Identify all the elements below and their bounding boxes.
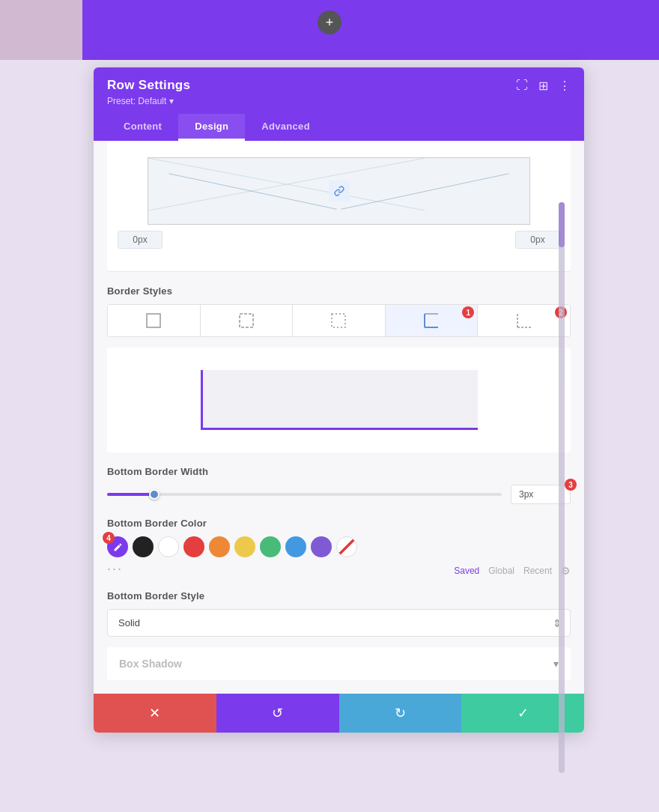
columns-icon[interactable]: ⊞ — [538, 79, 548, 93]
badge-4: 4 — [103, 532, 115, 544]
border-style-partial-2[interactable]: 2 — [478, 305, 570, 336]
panel-body: 0px 0px Border Styles — [94, 141, 584, 694]
scrollbar-thumb[interactable] — [559, 202, 565, 247]
right-spacing-input[interactable]: 0px — [515, 231, 560, 249]
panel-icon-group: ⛶ ⊞ ⋮ — [516, 79, 571, 93]
svg-rect-4 — [332, 314, 345, 327]
swatch-blue[interactable] — [285, 536, 306, 557]
bottom-border-width-label: Bottom Border Width — [107, 466, 571, 477]
border-dotted-icon — [330, 312, 347, 329]
panel-header: Row Settings ⛶ ⊞ ⋮ Preset: Default ▾ Con… — [94, 67, 584, 141]
svg-rect-3 — [240, 314, 253, 327]
border-style-dashed[interactable] — [201, 305, 294, 336]
border-styles-label: Border Styles — [107, 285, 571, 297]
color-tabs: Saved Global Recent ⚙ — [454, 565, 571, 577]
swatch-black[interactable] — [133, 536, 154, 557]
tab-advanced[interactable]: Advanced — [245, 114, 327, 141]
border-dashed-icon — [238, 312, 255, 329]
cancel-button[interactable]: ✕ — [94, 694, 216, 733]
color-tab-recent[interactable]: Recent — [523, 566, 552, 576]
swatch-yellow[interactable] — [234, 536, 255, 557]
border-style-group: 1 2 — [107, 304, 571, 337]
border-preview-inner — [201, 370, 478, 430]
confirm-icon: ✓ — [517, 705, 529, 721]
plus-icon: + — [326, 15, 334, 31]
border-preview — [107, 348, 571, 452]
fullscreen-icon[interactable]: ⛶ — [516, 79, 528, 92]
border-style-dotted[interactable] — [293, 305, 386, 336]
active-swatch-wrap: 4 — [107, 536, 128, 557]
preset-label: Preset: Default — [107, 96, 166, 106]
border-solid-icon — [145, 312, 162, 329]
tab-content[interactable]: Content — [107, 114, 178, 141]
preset-arrow-icon: ▾ — [169, 96, 174, 106]
svg-rect-5 — [425, 314, 438, 327]
border-style-solid[interactable] — [108, 305, 201, 336]
badge-3: 3 — [565, 479, 577, 491]
bottom-border-style-section: Bottom Border Style Solid Dashed Dotted … — [107, 590, 571, 637]
more-icon[interactable]: ⋮ — [559, 79, 571, 93]
color-tab-saved[interactable]: Saved — [454, 566, 479, 576]
color-swatches: 4 — [107, 536, 571, 557]
swatch-white[interactable] — [158, 536, 179, 557]
spacing-box — [148, 157, 530, 225]
tab-design[interactable]: Design — [178, 114, 245, 141]
border-style-partial-1[interactable]: 1 — [386, 305, 479, 336]
svg-rect-2 — [147, 314, 160, 327]
spacing-preview: 0px 0px — [107, 141, 571, 272]
border-style-dropdown-wrap: Solid Dashed Dotted Double None ⇕ — [107, 609, 571, 637]
swatch-orange[interactable] — [209, 536, 230, 557]
color-tab-global[interactable]: Global — [488, 566, 514, 576]
border-partial2-icon — [516, 312, 532, 329]
box-shadow-label: Box Shadow — [119, 658, 182, 670]
bottom-border-style-label: Bottom Border Style — [107, 590, 571, 602]
action-bar: ✕ ↺ ↻ ✓ — [94, 694, 584, 733]
border-partial1-icon — [423, 312, 440, 329]
tab-bar: Content Design Advanced — [107, 114, 571, 141]
border-style-select[interactable]: Solid Dashed Dotted Double None — [107, 609, 571, 637]
confirm-button[interactable]: ✓ — [461, 694, 584, 733]
bottom-border-color-label: Bottom Border Color — [107, 518, 571, 529]
more-colors-icon[interactable]: ··· — [107, 561, 123, 577]
swatch-red[interactable] — [183, 536, 204, 557]
scrollbar-track[interactable] — [559, 202, 565, 773]
cancel-icon: ✕ — [149, 705, 160, 721]
redo-button[interactable]: ↻ — [339, 694, 462, 733]
bottom-border-width-section: Bottom Border Width 3px 3 — [107, 466, 571, 504]
chevron-down-icon[interactable]: ▾ — [553, 658, 559, 670]
swatch-green[interactable] — [260, 536, 281, 557]
redo-icon: ↻ — [395, 705, 406, 721]
add-element-button[interactable]: + — [318, 10, 341, 34]
spacing-lines — [148, 158, 425, 210]
slider-fill — [107, 493, 154, 496]
row-settings-panel: Row Settings ⛶ ⊞ ⋮ Preset: Default ▾ Con… — [94, 67, 584, 733]
badge-1: 1 — [462, 306, 474, 318]
box-shadow-section[interactable]: Box Shadow ▾ — [107, 647, 571, 680]
swatch-none[interactable] — [336, 536, 357, 557]
undo-icon: ↺ — [272, 705, 283, 721]
panel-title: Row Settings — [107, 78, 190, 93]
undo-button[interactable]: ↺ — [216, 694, 339, 733]
width-slider-track[interactable] — [107, 493, 502, 496]
bottom-border-color-section: Bottom Border Color 4 — [107, 518, 571, 577]
slider-thumb[interactable] — [149, 489, 160, 500]
left-spacing-input[interactable]: 0px — [118, 231, 163, 249]
swatch-purple[interactable] — [311, 536, 332, 557]
preset-selector[interactable]: Preset: Default ▾ — [107, 96, 571, 106]
link-icon[interactable] — [329, 181, 350, 202]
